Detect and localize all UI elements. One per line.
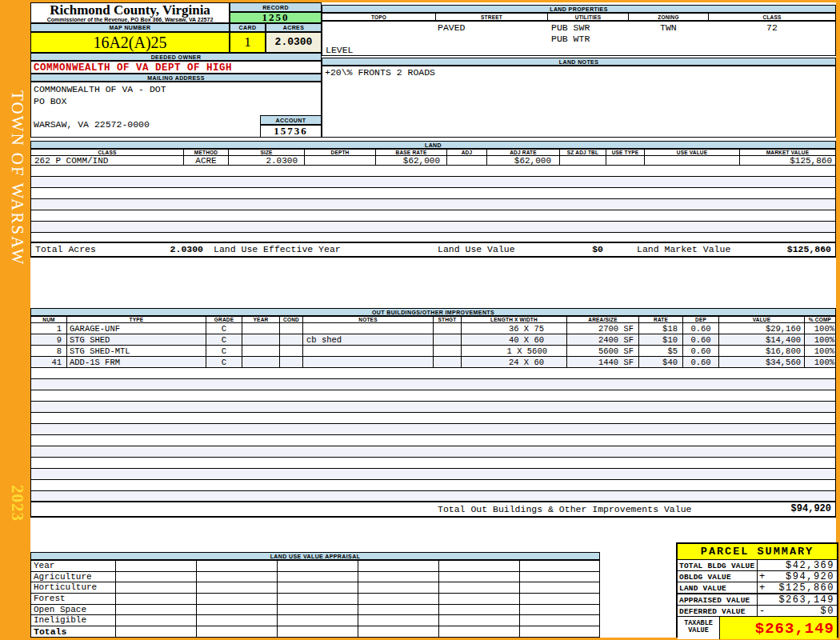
ob-cell-area-size: 1440 SF — [567, 357, 639, 367]
ob-cell-num: 41 — [31, 357, 67, 367]
lua-row-label: Horticulture — [31, 582, 116, 593]
map-number-label: MAP NUMBER — [30, 23, 230, 32]
land-cell-size: 2.0300 — [229, 156, 305, 165]
land-col-adj: ADJ — [447, 150, 487, 155]
land-use-value-label: Land Use Value — [438, 243, 515, 256]
ob-col-type: TYPE — [67, 317, 206, 322]
land-col-use-value: USE VALUE — [645, 150, 740, 155]
parcel-summary-title: PARCEL SUMMARY — [678, 544, 837, 560]
lua-empty-cell — [278, 561, 358, 571]
ps-row-label: LAND VALUE — [678, 582, 758, 593]
ps-row-value-cell: $42,369 — [758, 560, 837, 570]
lua-empty-cell — [116, 605, 197, 615]
parcel-summary-row: OBLDG VALUE + $94,920 — [678, 571, 837, 582]
land-col-sz-adj-tbl: SZ ADJ TBL — [560, 150, 606, 155]
land-market-value: $125,860 — [787, 243, 831, 256]
lua-empty-cell — [439, 561, 520, 571]
land-table-title: LAND — [30, 141, 836, 149]
out-building-row: 9 STG SHED C cb shed 40 X 60 2400 SF $10… — [30, 334, 836, 346]
utilities-values: PUB SWR PUB WTR — [551, 22, 590, 45]
land-col-class: CLASS — [31, 150, 184, 155]
parcel-summary-row: LAND VALUE + $125,860 — [678, 582, 837, 594]
ps-row-label: APPRAISED VALUE — [678, 594, 758, 605]
lua-empty-cell — [358, 582, 439, 593]
lua-row-label: Agriculture — [31, 572, 116, 582]
ob-cell-dep: 0.60 — [683, 346, 719, 356]
lua-empty-cell — [520, 582, 599, 593]
land-table-empty-rows — [30, 166, 836, 242]
land-use-appraisal-table: Year Agriculture Horticulture — [30, 560, 600, 638]
land-col-use-type: USE TYPE — [606, 150, 645, 155]
lua-row: Ineligible — [31, 615, 599, 626]
lua-empty-cell — [116, 561, 197, 571]
out-buildings-title: OUT BUILDINGS/OTHER IMPROVEMENTS — [30, 308, 836, 316]
lua-row: Forest — [31, 594, 599, 605]
ob-cell-grade: C — [206, 323, 242, 334]
ps-row-sign: - — [758, 606, 769, 616]
ob-cell-rate: $40 — [639, 357, 683, 367]
ob-cell-comp: 100% — [805, 334, 835, 345]
ps-row-label: DEFERRED VALUE — [678, 606, 758, 616]
utilities-line: PUB WTR — [551, 34, 590, 45]
ps-row-value: $0 — [769, 606, 837, 616]
ob-col-grade: GRADE — [206, 317, 242, 322]
ps-row-label: OBLDG VALUE — [678, 571, 758, 582]
lua-empty-cell — [116, 615, 197, 626]
card-value: 1 — [230, 32, 266, 53]
sidebar-town-title: TOWN OF WARSAW — [3, 68, 27, 289]
ob-col-year: YEAR — [242, 317, 280, 322]
ob-cell-sthgt — [434, 357, 462, 367]
total-acres-value: 2.0300 — [147, 243, 203, 256]
ob-cell-rate: $18 — [639, 323, 683, 334]
lua-empty-cell — [197, 572, 278, 582]
land-col-adj-rate: ADJ RATE — [487, 150, 560, 155]
lua-row: Agriculture — [31, 572, 599, 583]
property-record-card: TOWN OF WARSAW 2023 Richmond County, Vir… — [0, 0, 840, 640]
mailing-line: COMMONWEALTH OF VA - DOT — [34, 84, 321, 96]
ob-cell-grade: C — [206, 357, 242, 367]
ps-row-label: TOTAL BLDG VALUE — [678, 560, 758, 570]
land-properties-header-row: TOPO STREET UTILITIES ZONING CLASS — [322, 13, 836, 21]
ob-cell-sthgt — [434, 323, 462, 334]
ob-cell-value: $16,800 — [719, 346, 805, 356]
ob-cell-area-size: 2700 SF — [567, 323, 639, 334]
ob-cell-sthgt — [434, 346, 462, 356]
acres-value: 2.0300 — [266, 32, 322, 53]
ps-row-sign: + — [758, 582, 769, 593]
ob-cell-value: $29,160 — [719, 323, 805, 334]
lua-empty-cell — [439, 572, 520, 582]
land-cell-adj — [447, 156, 487, 165]
ob-col-notes: NOTES — [303, 317, 434, 322]
lua-row-label: Totals — [31, 626, 116, 637]
ob-cell-notes — [303, 323, 434, 334]
ob-col-area-size: AREA/SIZE — [567, 317, 639, 322]
effective-year-label: Land Use Effective Year — [214, 243, 341, 256]
taxable-value-label: TAXABLE VALUE — [678, 617, 720, 639]
ob-cell-year — [242, 357, 280, 367]
ob-cell-comp: 100% — [805, 346, 835, 356]
lua-empty-cell — [116, 626, 197, 637]
lua-row: Year — [31, 561, 599, 572]
land-notes-title: LAND NOTES — [322, 58, 836, 66]
ob-cell-sthgt — [434, 334, 462, 345]
county-header-box: Richmond County, Virginia Commissioner o… — [30, 2, 230, 23]
lua-empty-cell — [197, 626, 278, 637]
lua-empty-cell — [197, 594, 278, 604]
lua-empty-cell — [278, 594, 358, 604]
lua-empty-cell — [439, 626, 520, 637]
ob-cell-cond — [280, 323, 303, 334]
land-col-market-value: MARKET VALUE — [740, 150, 835, 155]
ob-col-rate: RATE — [639, 317, 683, 322]
ob-cell-dep: 0.60 — [683, 357, 719, 367]
ob-cell-type: STG SHED-MTL — [67, 346, 206, 356]
ob-col-value: VALUE — [719, 317, 805, 322]
ob-cell-type: GARAGE-UNF — [67, 323, 206, 334]
lua-row-label: Forest — [31, 594, 116, 604]
lua-empty-cell — [278, 582, 358, 593]
lua-empty-cell — [439, 582, 520, 593]
ob-cell-notes — [303, 346, 434, 356]
lua-empty-cell — [278, 605, 358, 615]
lua-row: Totals — [31, 626, 599, 637]
lua-empty-cell — [439, 605, 520, 615]
ob-cell-rate: $5 — [639, 346, 683, 356]
